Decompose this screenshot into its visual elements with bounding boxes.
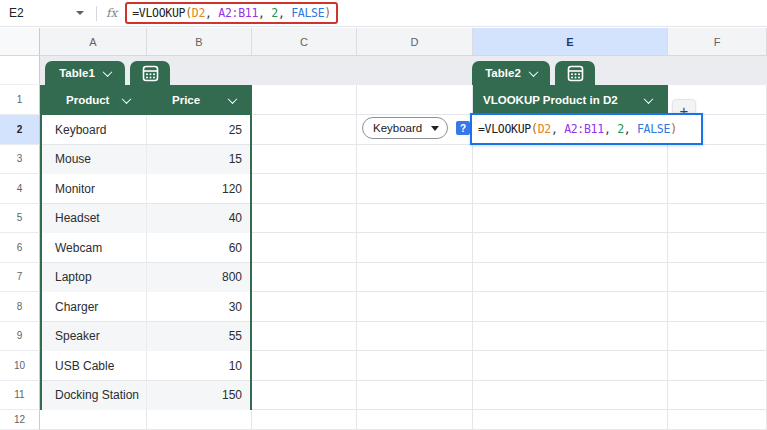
- price-cell[interactable]: 10: [146, 351, 250, 381]
- product-cell[interactable]: Webcam: [42, 233, 146, 263]
- price-cell[interactable]: 800: [146, 263, 250, 293]
- cell-D8[interactable]: [357, 292, 473, 322]
- cell-C6[interactable]: [252, 233, 357, 263]
- table1-tab[interactable]: Table1: [45, 61, 125, 85]
- cell-F9[interactable]: [668, 322, 767, 352]
- chevron-down-icon[interactable]: [122, 94, 132, 104]
- product-cell[interactable]: USB Cable: [42, 351, 146, 381]
- cell-D6[interactable]: [357, 233, 473, 263]
- row-header-9[interactable]: 9: [0, 322, 40, 352]
- cell-C3[interactable]: [252, 145, 357, 175]
- cell-E12[interactable]: [473, 410, 668, 430]
- e2-edit-cell[interactable]: =VLOOKUP(D2, A2:B11, 2, FALSE): [470, 113, 703, 145]
- cell-F12[interactable]: [668, 410, 767, 430]
- cell-C1[interactable]: [252, 85, 357, 115]
- product-cell[interactable]: Headset: [42, 204, 146, 234]
- cell-F11[interactable]: [668, 381, 767, 411]
- row-header-7[interactable]: 7: [0, 263, 40, 293]
- row-header-11[interactable]: 11: [0, 381, 40, 411]
- column-header-E[interactable]: E: [473, 28, 668, 56]
- row-header-3[interactable]: 3: [0, 145, 40, 175]
- product-cell[interactable]: Mouse: [42, 145, 146, 175]
- price-cell[interactable]: 40: [146, 204, 250, 234]
- cell-B12[interactable]: [147, 410, 252, 430]
- cell-E7[interactable]: [473, 263, 668, 293]
- cell-F10[interactable]: [668, 351, 767, 381]
- cell-A12[interactable]: [40, 410, 147, 430]
- table1-product-header[interactable]: Product: [40, 85, 146, 115]
- cell-C7[interactable]: [252, 263, 357, 293]
- column-header-B[interactable]: B: [147, 28, 252, 56]
- price-cell[interactable]: 15: [146, 145, 250, 175]
- product-cell[interactable]: Speaker: [42, 322, 146, 352]
- cell-C2[interactable]: [252, 115, 357, 145]
- column-header-C[interactable]: C: [252, 28, 357, 56]
- table1-grid-icon-tab[interactable]: [130, 61, 170, 85]
- row-header-1[interactable]: 1: [0, 85, 40, 115]
- select-all-corner[interactable]: [0, 28, 40, 56]
- row-header-10[interactable]: 10: [0, 351, 40, 381]
- row-header-8[interactable]: 8: [0, 292, 40, 322]
- price-cell[interactable]: 25: [146, 115, 250, 145]
- cell-D5[interactable]: [357, 204, 473, 234]
- cell-E5[interactable]: [473, 204, 668, 234]
- cell-D3[interactable]: [357, 145, 473, 175]
- cell-E9[interactable]: [473, 322, 668, 352]
- formula-input-annotated-red[interactable]: =VLOOKUP(D2, A2:B11, 2, FALSE): [125, 2, 338, 24]
- cell-C11[interactable]: [252, 381, 357, 411]
- cell-D4[interactable]: [357, 174, 473, 204]
- row-header-2[interactable]: 2: [0, 115, 40, 145]
- row-header-4[interactable]: 4: [0, 174, 40, 204]
- cell-E8[interactable]: [473, 292, 668, 322]
- cell-F7[interactable]: [668, 263, 767, 293]
- cell-D9[interactable]: [357, 322, 473, 352]
- cell-D7[interactable]: [357, 263, 473, 293]
- cell-C8[interactable]: [252, 292, 357, 322]
- cell-F8[interactable]: [668, 292, 767, 322]
- cell-E6[interactable]: [473, 233, 668, 263]
- product-cell[interactable]: Docking Station: [42, 381, 146, 411]
- d2-dropdown-chip[interactable]: Keyboard: [362, 117, 448, 139]
- cell-E11[interactable]: [473, 381, 668, 411]
- cell-C5[interactable]: [252, 204, 357, 234]
- price-cell[interactable]: 150: [146, 381, 250, 411]
- chevron-down-icon[interactable]: [644, 94, 654, 104]
- cell-C12[interactable]: [252, 410, 357, 430]
- cell-C9[interactable]: [252, 322, 357, 352]
- cell-D1[interactable]: [357, 85, 473, 115]
- price-cell[interactable]: 30: [146, 292, 250, 322]
- table2-column-header[interactable]: VLOOKUP Product in D2: [473, 85, 668, 115]
- cell-F3[interactable]: [668, 145, 767, 175]
- cell-D11[interactable]: [357, 381, 473, 411]
- product-cell[interactable]: Keyboard: [42, 115, 146, 145]
- cell-C4[interactable]: [252, 174, 357, 204]
- row-header-6[interactable]: 6: [0, 233, 40, 263]
- product-cell[interactable]: Laptop: [42, 263, 146, 293]
- price-cell[interactable]: 60: [146, 233, 250, 263]
- cell-E10[interactable]: [473, 351, 668, 381]
- chevron-down-icon[interactable]: [76, 11, 84, 15]
- cell-F5[interactable]: [668, 204, 767, 234]
- cell-D10[interactable]: [357, 351, 473, 381]
- cell-D12[interactable]: [357, 410, 473, 430]
- table2-grid-icon-tab[interactable]: [555, 61, 595, 85]
- column-header-D[interactable]: D: [357, 28, 473, 56]
- price-cell[interactable]: 55: [146, 322, 250, 352]
- cell-C10[interactable]: [252, 351, 357, 381]
- cell-E4[interactable]: [473, 174, 668, 204]
- cell-F6[interactable]: [668, 233, 767, 263]
- cell-F4[interactable]: [668, 174, 767, 204]
- row-header-5[interactable]: 5: [0, 204, 40, 234]
- table1-price-header[interactable]: Price: [146, 85, 252, 115]
- product-cell[interactable]: Monitor: [42, 174, 146, 204]
- column-header-A[interactable]: A: [40, 28, 147, 56]
- formula-help-badge[interactable]: ?: [456, 121, 470, 135]
- chevron-down-icon[interactable]: [228, 94, 238, 104]
- column-header-F[interactable]: F: [668, 28, 767, 56]
- table2-tab[interactable]: Table2: [472, 61, 550, 85]
- cell-E3[interactable]: [473, 145, 668, 175]
- row-header-12[interactable]: 12: [0, 410, 40, 430]
- price-cell[interactable]: 120: [146, 174, 250, 204]
- product-cell[interactable]: Charger: [42, 292, 146, 322]
- name-box[interactable]: E2: [0, 0, 96, 26]
